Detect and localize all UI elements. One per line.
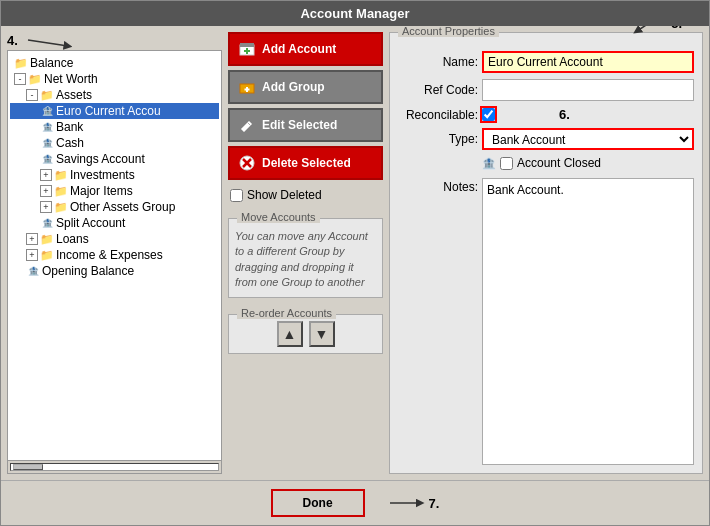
annotation-5: 5. — [671, 26, 682, 31]
notes-area: Notes: Bank Account. — [398, 178, 694, 465]
tree-label-loans: Loans — [56, 232, 89, 246]
tree-item-major-items[interactable]: + 📁 Major Items — [10, 183, 219, 199]
edit-selected-button[interactable]: Edit Selected — [228, 108, 383, 142]
edit-selected-label: Edit Selected — [262, 118, 337, 132]
folder-icon-loans: 📁 — [40, 233, 54, 245]
edit-selected-icon — [238, 116, 256, 134]
expander-loans[interactable]: + — [26, 233, 38, 245]
tree-label-cash: Cash — [56, 136, 84, 150]
move-accounts-box: Move Accounts You can move any Account t… — [228, 218, 383, 298]
tree-scroll-area[interactable]: 📁 Balance - 📁 Net Worth - 📁 — [7, 50, 222, 460]
add-account-label: Add Account — [262, 42, 336, 56]
hscroll-thumb — [13, 464, 43, 470]
delete-selected-label: Delete Selected — [262, 156, 351, 170]
tree-item-opening-balance[interactable]: 🏦 Opening Balance — [10, 263, 219, 279]
folder-icon-major-items: 📁 — [54, 185, 68, 197]
hscroll-track — [10, 463, 219, 471]
tree-item-income-expenses[interactable]: + 📁 Income & Expenses — [10, 247, 219, 263]
tree-wrapper: 4. 📁 Balance — [7, 32, 222, 474]
tree-label-euro-current: Euro Current Accou — [56, 104, 161, 118]
folder-icon-other-assets: 📁 — [54, 201, 68, 213]
tree-item-cash[interactable]: 🏦 Cash — [10, 135, 219, 151]
reorder-box: Re-order Accounts ▲ ▼ — [228, 314, 383, 354]
tree-label-opening-balance: Opening Balance — [42, 264, 134, 278]
properties-panel: Account Properties 5. Name: document.que… — [389, 32, 703, 474]
annotation-4: 4. — [7, 33, 18, 48]
button-panel: Add Account Add Group — [228, 32, 383, 474]
expander-net-worth[interactable]: - — [14, 73, 26, 85]
tree-item-savings[interactable]: 🏦 Savings Account — [10, 151, 219, 167]
tree-label-income-expenses: Income & Expenses — [56, 248, 163, 262]
notes-row: Notes: Bank Account. — [398, 178, 694, 465]
add-group-button[interactable]: Add Group — [228, 70, 383, 104]
reconcilable-checkbox[interactable] — [482, 108, 495, 121]
tree-container: 📁 Balance - 📁 Net Worth - 📁 — [8, 51, 221, 283]
svg-rect-2 — [240, 43, 254, 47]
tree-label-net-worth: Net Worth — [44, 72, 98, 86]
tree-hscroll[interactable] — [7, 460, 222, 474]
notes-label: Notes: — [398, 178, 478, 465]
show-deleted-row: Show Deleted — [228, 184, 383, 206]
done-button[interactable]: Done — [271, 489, 365, 517]
name-input[interactable] — [482, 51, 694, 73]
bottom-bar: Done 7. — [1, 480, 709, 525]
reorder-down-button[interactable]: ▼ — [309, 321, 335, 347]
tree-label-major-items: Major Items — [70, 184, 133, 198]
annotation-6: 6. — [559, 107, 570, 122]
reorder-up-button[interactable]: ▲ — [277, 321, 303, 347]
tree-item-split-account[interactable]: 🏦 Split Account — [10, 215, 219, 231]
type-select[interactable]: Bank Account Cash Account Credit Card In… — [482, 128, 694, 150]
ref-code-row: Ref Code: — [398, 79, 694, 101]
expander-major-items[interactable]: + — [40, 185, 52, 197]
tree-item-assets[interactable]: - 📁 Assets — [10, 87, 219, 103]
tree-item-loans[interactable]: + 📁 Loans — [10, 231, 219, 247]
folder-icon-income-expenses: 📁 — [40, 249, 54, 261]
title-bar: Account Manager — [1, 1, 709, 26]
tree-item-bank[interactable]: 🏦 Bank — [10, 119, 219, 135]
tree-item-balance[interactable]: 📁 Balance — [10, 55, 219, 71]
tree-item-net-worth[interactable]: - 📁 Net Worth — [10, 71, 219, 87]
folder-icon-net-worth: 📁 — [28, 73, 42, 85]
expander-assets[interactable]: - — [26, 89, 38, 101]
notes-textarea[interactable]: Bank Account. — [482, 178, 694, 465]
account-closed-row: 🏦 Account Closed — [482, 156, 694, 170]
tree-label-other-assets: Other Assets Group — [70, 200, 175, 214]
properties-panel-label: Account Properties — [398, 26, 499, 37]
window-title: Account Manager — [300, 6, 409, 21]
ref-code-input[interactable] — [482, 79, 694, 101]
done-label: Done — [303, 496, 333, 510]
reconcilable-label: Reconcilable: — [398, 108, 478, 122]
expander-income-expenses[interactable]: + — [26, 249, 38, 261]
delete-selected-button[interactable]: Delete Selected — [228, 146, 383, 180]
main-content: 4. 📁 Balance — [1, 26, 709, 480]
show-deleted-label: Show Deleted — [247, 188, 322, 202]
tree-item-euro-current[interactable]: 🏦 Euro Current Accou — [10, 103, 219, 119]
type-label: Type: — [398, 132, 478, 146]
account-icon-euro: 🏦 — [40, 105, 54, 117]
folder-icon-investments: 📁 — [54, 169, 68, 181]
tree-label-investments: Investments — [70, 168, 135, 182]
reorder-down-icon: ▼ — [315, 326, 329, 342]
add-group-label: Add Group — [262, 80, 325, 94]
account-manager-window: Account Manager 4. 📁 — [0, 0, 710, 526]
svg-line-0 — [28, 40, 68, 46]
move-accounts-label: Move Accounts — [237, 211, 320, 223]
move-accounts-text: You can move any Account to a different … — [235, 229, 376, 291]
reorder-up-icon: ▲ — [283, 326, 297, 342]
reconcilable-row: Reconcilable: 6. — [398, 107, 694, 122]
account-icon-opening: 🏦 — [26, 265, 40, 277]
tree-label-bank: Bank — [56, 120, 83, 134]
folder-icon-assets: 📁 — [40, 89, 54, 101]
account-icon-split: 🏦 — [40, 217, 54, 229]
expander-investments[interactable]: + — [40, 169, 52, 181]
expander-other-assets[interactable]: + — [40, 201, 52, 213]
show-deleted-checkbox[interactable] — [230, 189, 243, 202]
delete-selected-icon — [238, 154, 256, 172]
tree-item-investments[interactable]: + 📁 Investments — [10, 167, 219, 183]
tree-item-other-assets[interactable]: + 📁 Other Assets Group — [10, 199, 219, 215]
reconcilable-checkbox-row — [482, 108, 495, 121]
svg-line-12 — [637, 26, 657, 31]
add-account-button[interactable]: Add Account — [228, 32, 383, 66]
tree-label-balance: Balance — [30, 56, 73, 70]
account-closed-checkbox[interactable] — [500, 157, 513, 170]
